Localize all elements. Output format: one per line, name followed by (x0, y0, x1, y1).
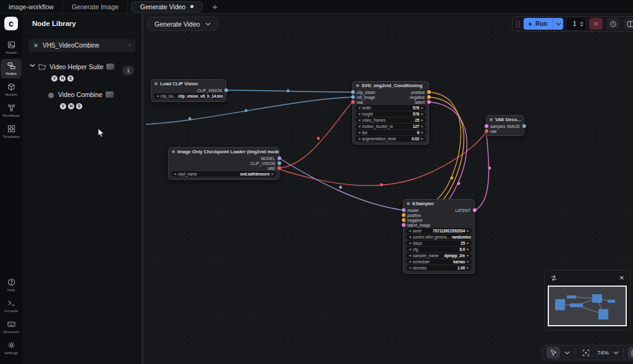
widget-denoise[interactable]: ◀denoise1.00▶ (406, 265, 472, 271)
input-port-samples[interactable] (485, 124, 488, 128)
search-input[interactable] (43, 42, 124, 49)
sidebar-item-help[interactable]: Help (1, 275, 22, 295)
tab-workspace[interactable]: image-workflow (0, 0, 63, 14)
widget-fps[interactable]: ◀fps6▶ (355, 130, 426, 135)
input-port-positive[interactable] (402, 213, 406, 217)
sidebar-item-settings[interactable]: Settings (1, 338, 22, 358)
graph-node-ksampler[interactable]: KSamplermodelLATENTpositivenegativelaten… (403, 199, 475, 274)
input-port-negative[interactable] (402, 218, 406, 222)
decrement-arrow-icon: ◀ (156, 95, 159, 98)
output-port-IMAGE[interactable] (522, 124, 526, 128)
drag-handle-icon[interactable] (516, 21, 520, 27)
minimap-viewport[interactable] (548, 286, 627, 326)
widget-sampler-name[interactable]: ◀sampler_namedpmpp_2m▶ (406, 253, 472, 258)
badge-h: H (59, 75, 66, 82)
graph-node-vae-decode[interactable]: VAE Deco...samplesIMAGEvae (486, 115, 524, 136)
collapse-dot-icon[interactable] (155, 82, 158, 85)
filter-icon[interactable] (129, 42, 130, 49)
output-port-LATENT[interactable] (473, 208, 477, 212)
output-port-CLIP_VISION[interactable] (278, 161, 281, 165)
slot-row: latent_image (404, 222, 474, 227)
graph-node-load-clip-vision[interactable]: Load CLIP VisionCLIP_VISION◀clip_na...cl… (151, 79, 226, 102)
output-port-latent[interactable] (427, 100, 431, 104)
decrement-arrow-icon: ◀ (409, 248, 411, 251)
widget-seed[interactable]: ◀seed797113921592034▶ (406, 228, 472, 234)
node-title[interactable]: Image Only Checkpoint Loader (img2vid mo… (169, 148, 279, 156)
node-title[interactable]: KSampler (404, 200, 474, 208)
sidebar-item-nodes[interactable]: Nodes (1, 59, 22, 78)
output-port-MODEL[interactable] (278, 156, 281, 160)
widget-control-after-genera-[interactable]: ◀control after genera...randomize▶ (406, 234, 472, 240)
sidebar-item-models[interactable]: Models (1, 80, 22, 99)
comfy-logo[interactable]: c (4, 17, 18, 30)
output-port-VAE[interactable] (278, 166, 281, 170)
folder-label: Video Helper Suite (49, 63, 103, 70)
node-title[interactable]: SVD_img2vid_Conditioning (353, 82, 428, 90)
clear-search-icon[interactable]: ✕ (33, 43, 38, 49)
collapse-dot-icon[interactable] (172, 150, 175, 153)
widget-motion-bucket-id[interactable]: ◀motion_bucket_id127▶ (355, 124, 426, 129)
badge-s: S (67, 75, 74, 82)
history-button[interactable] (606, 18, 620, 30)
tab-generate-image[interactable]: Generate Image (63, 0, 128, 14)
input-port-latent_image[interactable] (402, 223, 406, 227)
widget-cfg[interactable]: ◀cfg8.0▶ (406, 247, 472, 252)
increment-arrow-icon: ▶ (467, 260, 469, 263)
output-port-CLIP_VISION[interactable] (224, 88, 228, 92)
batch-count-stepper[interactable]: 1 (567, 18, 585, 30)
sidebar-item-workflows[interactable]: Workflows (1, 101, 22, 121)
run-options-button[interactable] (553, 18, 563, 30)
arrange-icon[interactable] (550, 274, 558, 282)
widget-steps[interactable]: ◀steps25▶ (406, 240, 472, 246)
graph-node-svd-img2vid-conditioning[interactable]: SVD_img2vid_Conditioningclip_visionposit… (352, 81, 429, 145)
chevron-down-icon[interactable] (564, 351, 570, 355)
toggle-sidepanel-button[interactable] (628, 347, 633, 358)
graph-node-image-only-checkpoint-loader[interactable]: Image Only Checkpoint Loader (img2vid mo… (168, 147, 279, 180)
node-search-box[interactable]: ✕ (28, 39, 135, 52)
toggle-panel-button[interactable] (624, 18, 633, 30)
run-button[interactable]: Run (524, 18, 553, 30)
collapse-dot-icon[interactable] (407, 202, 410, 205)
tree-folder-video-helper-suite[interactable]: Video Helper SuiteVHS 1 (28, 60, 137, 84)
increment-arrow-icon: ▶ (421, 112, 423, 116)
input-port-clip_vision[interactable] (351, 90, 355, 94)
close-icon[interactable]: ✕ (619, 275, 624, 281)
input-port-init_image[interactable] (351, 95, 355, 99)
select-tool-button[interactable] (546, 347, 560, 358)
sidebar-item-console[interactable]: Console (1, 296, 22, 316)
input-port-vae[interactable] (351, 100, 355, 104)
collapse-dot-icon[interactable] (356, 84, 359, 87)
zoom-level[interactable]: 74% (597, 349, 609, 356)
collapse-dot-icon[interactable] (490, 118, 493, 121)
widget-augmentation-level[interactable]: ◀augmentation_level0.02▶ (355, 136, 426, 142)
node-title[interactable]: VAE Deco... (486, 116, 524, 124)
output-port-positive[interactable] (427, 90, 431, 94)
widget-scheduler[interactable]: ◀schedulerkarras▶ (406, 259, 472, 265)
badge-v: V (51, 75, 57, 82)
slot-row: clip_visionpositive (353, 90, 428, 95)
minimap-node (592, 294, 602, 303)
cancel-run-button[interactable]: ✕ (589, 18, 603, 30)
increment-arrow-icon: ▶ (467, 229, 469, 232)
decrement-arrow-icon: ◀ (409, 266, 411, 269)
node-title[interactable]: Load CLIP Vision (151, 80, 226, 88)
workflow-selector[interactable]: Generate Video (147, 17, 218, 31)
sidebar-item-shortcuts[interactable]: Shortcuts (1, 317, 22, 337)
widget-height[interactable]: ◀height576▶ (355, 111, 426, 117)
fit-view-button[interactable] (579, 347, 593, 358)
increment-icon (580, 22, 584, 23)
tab-generate-video[interactable]: Generate Video (131, 1, 203, 12)
widget-video-frames[interactable]: ◀video_frames25▶ (355, 117, 426, 123)
input-port-vae[interactable] (485, 129, 488, 133)
sidebar-item-templates[interactable]: Templates (1, 122, 22, 142)
input-port-model[interactable] (402, 208, 406, 212)
output-port-negative[interactable] (427, 95, 431, 99)
chevron-down-icon[interactable] (613, 351, 619, 355)
widget-width[interactable]: ◀width576▶ (355, 105, 426, 111)
tree-node-video-combine[interactable]: Video CombineVHS (48, 90, 137, 110)
new-tab-button[interactable]: + (206, 2, 224, 11)
widget-ckpt-name[interactable]: ◀ckpt_namesvd.safetensors▶ (171, 171, 276, 177)
widget-clip-na-[interactable]: ◀clip_na...clip_vision_vit_h_14.bin▶ (154, 93, 223, 99)
increment-arrow-icon: ▶ (467, 254, 469, 257)
sidebar-item-assets[interactable]: Assets (1, 38, 22, 57)
